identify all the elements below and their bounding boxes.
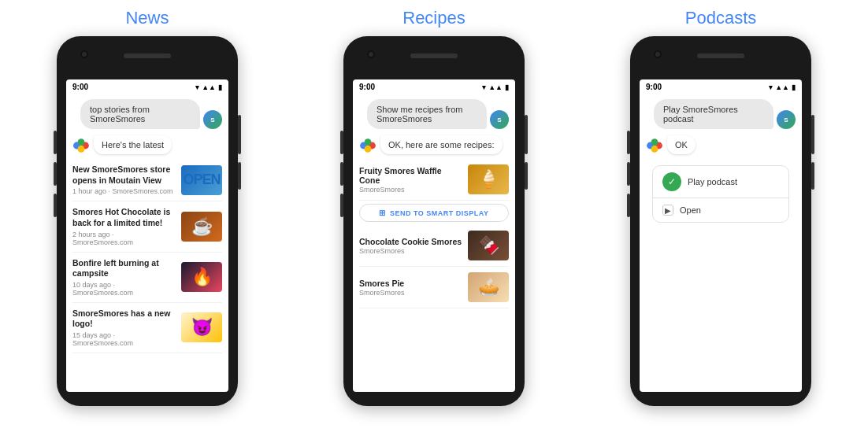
phone-btn-vol-down-p [627,162,630,186]
news-list: New SmoreSmores store opens in Moutain V… [66,159,228,353]
podcast-open-row[interactable]: ▶ Open [653,198,788,222]
phone-btn-right2-r [525,162,528,190]
news-phone-body: 9:00 ▾ ▲▲ ▮ top stories from SmoreSmores… [57,36,238,406]
assistant-bubble-r: OK, here are some recipes: [380,135,503,154]
status-bar-p: 9:00 ▾ ▲▲ ▮ [640,79,802,94]
phone-btn-vol-up-r [340,131,343,154]
google-assistant-icon-r [359,137,377,154]
news-item-2-text: Smores Hot Chocolate is back for a limit… [72,207,176,246]
assistant-bubble-row-r: OK, here are some recipes: [359,135,509,154]
phone-camera-p [654,50,662,58]
phone-btn-right2 [238,162,241,190]
recipe-item-1[interactable]: Fruity Smores Waffle Cone SmoreSmores 🍦 [359,159,509,201]
google-assistant-icon [72,137,90,154]
news-item-4-meta: 15 days ago · SmoreSmores.com [72,331,176,347]
news-item-3-thumb: 🔥 [181,262,222,292]
user-bubble: top stories from SmoreSmores [80,99,200,129]
news-phone-screen: 9:00 ▾ ▲▲ ▮ top stories from SmoreSmores… [66,79,228,392]
play-triangle-icon: ▶ [662,205,673,216]
user-bubble-row-p: Play SmoreSmores podcast S [646,99,796,129]
phone-btn-left3 [54,194,57,217]
recipes-section: Recipes 9:00 ▾ ▲▲ ▮ [302,8,566,406]
recipe-item-2[interactable]: Chocolate Cookie Smores SmoreSmores 🍫 [359,225,509,267]
news-item-3-title: Bonfire left burning at campsite [72,258,176,279]
phone-camera-r [367,50,375,58]
battery-icon-p: ▮ [792,83,796,91]
svg-point-12 [651,138,658,146]
news-title: News [125,8,169,28]
news-item-1-thumb: OPEN [181,165,222,195]
check-circle-icon: ✓ [662,172,681,191]
signal-icon: ▲▲ [202,83,216,91]
phone-btn-left3-p [627,194,630,217]
news-item-1-text: New SmoreSmores store opens in Moutain V… [72,164,176,195]
news-item-4-text: SmoreSmores has a new logo! 15 days ago … [72,308,176,347]
podcasts-title: Podcasts [685,8,757,28]
svg-point-4 [78,138,85,146]
svg-point-11 [651,146,658,153]
news-item-2-meta: 2 hours ago · SmoreSmores.com [72,231,176,246]
news-item-1[interactable]: New SmoreSmores store opens in Moutain V… [72,159,222,201]
assistant-bubble: Here's the latest [94,135,172,154]
news-phone: 9:00 ▾ ▲▲ ▮ top stories from SmoreSmores… [57,36,238,406]
status-icons-p: ▾ ▲▲ ▮ [769,83,796,91]
phone-speaker [124,54,171,58]
signal-icon-p: ▲▲ [775,83,789,91]
svg-point-3 [78,146,85,153]
send-to-smart-display-button[interactable]: ⊞ SEND TO SMART DISPLAY [359,204,509,222]
chat-area-r: Show me recipes from SmoreSmores S OK, h… [353,94,515,159]
podcasts-phone: 9:00 ▾ ▲▲ ▮ Play SmoreSmores podcast S [630,36,811,406]
news-item-2[interactable]: Smores Hot Chocolate is back for a limit… [72,201,222,252]
assistant-bubble-row: Here's the latest [72,135,222,154]
wifi-icon-r: ▾ [482,83,486,91]
user-bubble-p: Play SmoreSmores podcast [654,99,773,129]
phone-btn-vol-up-p [627,131,630,154]
recipes-phone: 9:00 ▾ ▲▲ ▮ Show me recipes from SmoreSm… [343,36,525,406]
user-bubble-row-r: Show me recipes from SmoreSmores S [359,99,509,129]
recipe-item-2-text: Chocolate Cookie Smores SmoreSmores [359,237,463,255]
wifi-icon: ▾ [195,83,199,91]
recipe-item-3-thumb: 🥧 [468,272,509,302]
status-icons: ▾ ▲▲ ▮ [195,83,222,91]
avatar: S [203,110,222,129]
news-item-3[interactable]: Bonfire left burning at campsite 10 days… [72,253,222,303]
recipe-item-2-source: SmoreSmores [359,247,463,255]
recipe-list: Fruity Smores Waffle Cone SmoreSmores 🍦 [353,159,515,201]
phone-btn-power-p [811,115,814,154]
play-podcast-label: Play podcast [688,177,737,186]
recipe-item-3-source: SmoreSmores [359,289,463,297]
phone-btn-vol-up [54,131,57,154]
time-display-r: 9:00 [359,83,375,91]
recipe-item-2-title: Chocolate Cookie Smores [359,237,463,246]
recipe-list-2: Chocolate Cookie Smores SmoreSmores 🍫 Sm… [353,225,515,308]
assistant-bubble-row-p: OK [646,135,796,154]
podcasts-phone-body: 9:00 ▾ ▲▲ ▮ Play SmoreSmores podcast S [630,36,811,406]
user-bubble-r: Show me recipes from SmoreSmores [367,99,487,129]
battery-icon-r: ▮ [505,83,509,91]
recipe-item-1-thumb: 🍦 [468,164,509,194]
status-bar-r: 9:00 ▾ ▲▲ ▮ [353,79,515,94]
recipes-title: Recipes [402,8,465,28]
recipes-phone-screen: 9:00 ▾ ▲▲ ▮ Show me recipes from SmoreSm… [353,79,515,392]
news-item-4[interactable]: SmoreSmores has a new logo! 15 days ago … [72,303,222,353]
recipe-item-1-text: Fruity Smores Waffle Cone SmoreSmores [359,166,463,194]
phone-btn-power-r [525,115,528,154]
google-assistant-icon-p [646,137,663,154]
recipe-item-1-source: SmoreSmores [359,186,463,194]
phone-btn-right2-p [811,162,814,190]
recipe-item-3[interactable]: Smores Pie SmoreSmores 🥧 [359,267,509,308]
recipe-item-3-title: Smores Pie [359,279,463,288]
battery-icon: ▮ [218,83,222,91]
podcast-play-card[interactable]: ✓ Play podcast ▶ Open [652,165,789,223]
phone-speaker-r [410,54,458,58]
phone-btn-power [238,115,241,154]
podcasts-section: Podcasts 9:00 ▾ ▲▲ ▮ [589,8,852,406]
user-bubble-row: top stories from SmoreSmores S [72,99,222,129]
podcasts-phone-screen: 9:00 ▾ ▲▲ ▮ Play SmoreSmores podcast S [640,79,802,392]
smart-display-label: SEND TO SMART DISPLAY [390,209,489,217]
news-item-4-thumb: 😈 [181,312,222,342]
podcast-cards: ✓ Play podcast ▶ Open [640,159,802,229]
avatar-r: S [490,110,509,129]
recipe-item-2-thumb: 🍫 [468,231,509,260]
chat-area: top stories from SmoreSmores S Here's th… [66,94,228,159]
